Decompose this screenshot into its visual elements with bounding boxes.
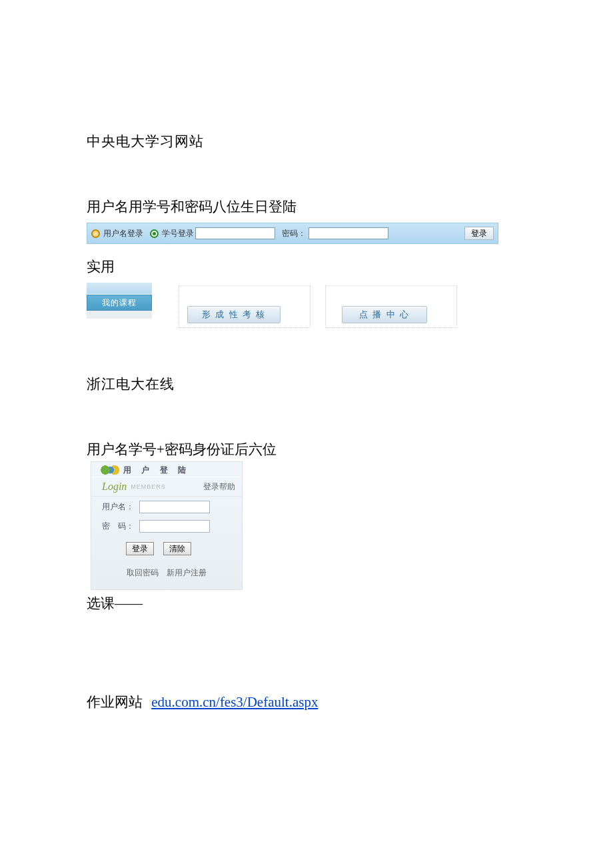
- my-course-tab[interactable]: 我的课程: [87, 295, 152, 311]
- vod-button[interactable]: 点 播 中 心: [342, 306, 427, 323]
- password-label: 密码：: [282, 228, 306, 239]
- vod-card: 点 播 中 心: [325, 285, 457, 328]
- recover-password-link[interactable]: 取回密码: [127, 568, 159, 577]
- login-box-header: 用 户 登 陆: [91, 462, 242, 477]
- login-button-2[interactable]: 登录: [126, 542, 154, 555]
- radio-studentid-login-icon[interactable]: [150, 229, 159, 238]
- section-1-title: 中央电大学习网站: [87, 132, 526, 151]
- assessment-button[interactable]: 形 成 性 考 核: [187, 306, 281, 323]
- password-input[interactable]: [308, 227, 388, 239]
- login-box-logo-icon: [99, 465, 119, 475]
- studentid-input[interactable]: [195, 227, 275, 239]
- ui-row-buttons: 我的课程 形 成 性 考 核 点 播 中 心: [87, 283, 498, 328]
- login-box-header-text: 用 户 登 陆: [123, 465, 190, 476]
- login-help-link[interactable]: 登录帮助: [203, 481, 235, 493]
- section-2-title: 浙江电大在线: [87, 375, 526, 393]
- assessment-card: 形 成 性 考 核: [179, 285, 310, 328]
- practical-label: 实用: [87, 257, 526, 276]
- radio-studentid-label[interactable]: 学号登录: [162, 228, 194, 239]
- password-label-2: 密 码：: [102, 521, 134, 532]
- radio-username-login-icon[interactable]: [91, 229, 100, 238]
- login-word: Login: [102, 481, 127, 493]
- course-select-label: 选课——: [87, 594, 526, 613]
- login-box-loginrow: Login MEMBERS 登录帮助: [91, 477, 242, 497]
- login-box: 用 户 登 陆 Login MEMBERS 登录帮助 用户名： 密 码： 登录 …: [91, 461, 243, 590]
- password-input-2[interactable]: [139, 520, 210, 533]
- homework-link[interactable]: edu.com.cn/fes3/Default.aspx: [151, 694, 318, 710]
- homework-section: 作业网站 edu.com.cn/fes3/Default.aspx: [87, 693, 526, 711]
- login-button[interactable]: 登录: [464, 227, 494, 240]
- section-1-subtitle: 用户名用学号和密码八位生日登陆: [87, 197, 526, 216]
- register-link[interactable]: 新用户注册: [167, 568, 207, 577]
- username-label: 用户名：: [102, 501, 134, 513]
- username-input[interactable]: [139, 501, 210, 513]
- members-label: MEMBERS: [131, 483, 166, 490]
- section-2-subtitle: 用户名学号+密码身份证后六位: [87, 440, 526, 459]
- my-course-block: 我的课程: [87, 283, 152, 319]
- homework-label: 作业网站: [87, 694, 143, 710]
- clear-button[interactable]: 清除: [163, 542, 191, 555]
- top-login-bar: 用户名登录 学号登录 密码： 登录: [87, 223, 498, 244]
- radio-username-label[interactable]: 用户名登录: [103, 228, 143, 239]
